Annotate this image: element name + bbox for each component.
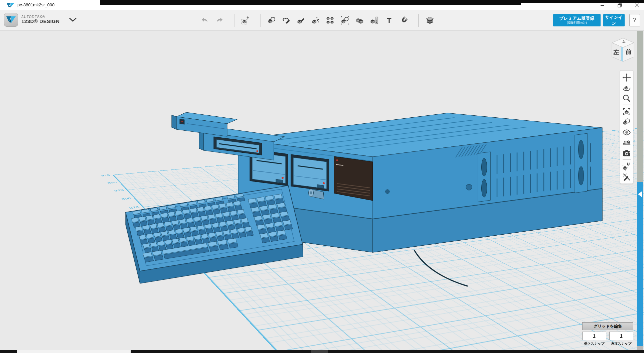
nav-shaded-view-button[interactable] — [622, 117, 632, 127]
application-window: pc-8801mk2sr_000 AUTODESK® 123D® DESIGN — [0, 0, 644, 353]
pan-icon — [622, 73, 631, 82]
transform-move-icon — [241, 16, 250, 25]
viewport-3d[interactable]: 375350325300275 左 前 上 グリッドを編集 長さスナップ 角度ス… — [0, 31, 644, 350]
nav-zoom-fit-button[interactable] — [622, 106, 632, 117]
tool-pattern-button[interactable] — [325, 14, 336, 27]
taskbar-item — [311, 350, 328, 353]
account-area: プレミアム版登録 (商業利用向け) サインイン ? — [553, 14, 640, 26]
right-panel-scrollbar-thumb[interactable] — [637, 182, 643, 346]
brand-text: AUTODESK® 123D® DESIGN — [21, 15, 60, 24]
length-snap-input[interactable] — [582, 332, 606, 340]
pattern-icon — [326, 16, 335, 25]
construct-icon — [297, 16, 305, 25]
screenshot-icon — [622, 149, 631, 157]
grid-visibility-icon — [622, 138, 631, 147]
toolbar-divider — [234, 14, 234, 27]
grouping-icon — [341, 16, 349, 25]
123d-logo-icon — [6, 16, 16, 24]
toolbar-divider — [623, 105, 631, 105]
tool-redo-button[interactable] — [214, 14, 225, 27]
length-snap-label: 長さスナップ — [582, 341, 606, 346]
primitives-icon — [267, 16, 276, 25]
tool-sketch-button[interactable] — [281, 14, 292, 27]
premium-label: プレミアム版登録 — [553, 16, 601, 21]
right-panel-scrollbar-foot — [637, 346, 643, 350]
svg-text:T: T — [387, 16, 391, 25]
undo-icon — [200, 16, 209, 25]
toolbar-divider — [418, 14, 419, 27]
snap-toggle-icon — [622, 162, 631, 171]
taskbar-window-edge — [17, 350, 131, 353]
shaded-view-icon — [622, 118, 631, 126]
sketch-icon — [282, 16, 291, 25]
grid-edit-button[interactable]: グリッドを編集 — [582, 322, 633, 330]
tool-text-button[interactable]: T — [383, 14, 395, 27]
modify-icon — [311, 16, 320, 25]
premium-sublabel: (商業利用向け) — [553, 21, 601, 24]
nav-pan-button[interactable] — [622, 72, 632, 83]
snap-icon — [399, 16, 408, 25]
tool-snap-button[interactable] — [398, 14, 410, 27]
nav-grid-visibility-button[interactable] — [622, 137, 632, 148]
minimize-icon — [600, 3, 604, 7]
close-icon — [635, 3, 639, 7]
tool-modify-button[interactable] — [310, 14, 321, 27]
signin-button[interactable]: サインイン — [603, 14, 625, 26]
window-title: pc-8801mk2sr_000 — [17, 2, 54, 7]
premium-register-button[interactable]: プレミアム版登録 (商業利用向け) — [553, 14, 601, 26]
redo-icon — [215, 16, 224, 25]
app-menu[interactable]: AUTODESK® 123D® DESIGN — [4, 13, 76, 27]
tool-measure-button[interactable] — [369, 14, 380, 27]
toolbar-divider — [623, 159, 631, 160]
orbit-icon — [622, 84, 631, 92]
measure-icon — [370, 16, 379, 25]
right-panel-scrollbar-track[interactable] — [637, 31, 643, 182]
angle-snap-input[interactable] — [609, 332, 633, 340]
panel-collapse-arrow-icon[interactable] — [638, 191, 642, 197]
tool-strip: T — [199, 10, 439, 31]
nav-screenshot-button[interactable] — [622, 148, 632, 158]
grid-controls: グリッドを編集 長さスナップ 角度スナップ — [582, 322, 633, 346]
material-icon — [426, 16, 434, 25]
tool-transform-move-button[interactable] — [240, 14, 251, 27]
viewcube-left-face[interactable]: 左 — [613, 49, 619, 55]
taskbar — [0, 350, 644, 353]
viewcube-front-face[interactable]: 前 — [625, 48, 632, 55]
nav-zoom-button[interactable] — [622, 93, 632, 103]
app-logo-tile — [4, 13, 18, 27]
angle-snap-label: 角度スナップ — [609, 341, 633, 346]
toolbar-divider — [260, 14, 261, 27]
tool-combine-button[interactable] — [354, 14, 365, 27]
visibility-icon — [622, 128, 631, 137]
brand-line2: 123D® DESIGN — [21, 19, 60, 24]
nav-visibility-button[interactable] — [622, 127, 632, 137]
screen-top-strip — [100, 0, 521, 5]
view-cube[interactable]: 左 前 上 — [607, 34, 639, 66]
model-pc8801[interactable] — [0, 31, 644, 350]
text-icon: T — [385, 16, 393, 25]
tool-material-button[interactable] — [424, 14, 436, 27]
tool-construct-button[interactable] — [295, 14, 307, 27]
screen-top-strip-right — [521, 0, 644, 3]
nav-orbit-button[interactable] — [622, 83, 632, 93]
viewcube-highlight-edge — [621, 47, 623, 62]
tool-undo-button[interactable] — [199, 14, 210, 27]
sketch-visibility-icon — [622, 172, 631, 181]
viewcube-top-face[interactable]: 上 — [622, 39, 625, 43]
chevron-down-icon[interactable] — [69, 18, 76, 22]
nav-snap-toggle-button[interactable] — [622, 161, 632, 171]
combine-icon — [355, 16, 364, 25]
tool-grouping-button[interactable] — [339, 14, 351, 27]
restore-icon — [618, 3, 622, 8]
help-button[interactable]: ? — [629, 14, 640, 26]
app-logo-icon — [6, 2, 15, 8]
nav-sketch-visibility-button[interactable] — [622, 171, 632, 182]
main-toolbar: AUTODESK® 123D® DESIGN T プレミアム版登録 (商業利用向… — [0, 10, 644, 31]
tool-primitives-button[interactable] — [266, 14, 277, 27]
zoom-fit-icon — [622, 107, 631, 116]
zoom-icon — [622, 94, 631, 103]
navigation-toolbar — [620, 70, 633, 184]
